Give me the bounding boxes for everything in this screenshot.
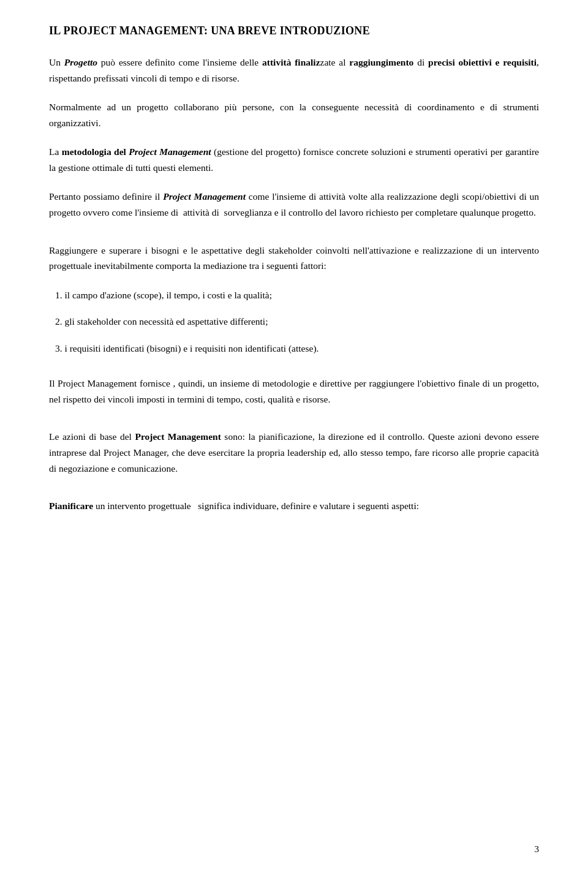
page-number: 3 [535,844,540,855]
list-item-1: 1. il campo d'azione (scope), il tempo, … [49,287,539,303]
page: IL PROJECT MANAGEMENT: UNA BREVE INTRODU… [0,0,588,873]
paragraph-4: Pertanto possiamo definire il Project Ma… [49,189,539,220]
paragraph-2: Normalmente ad un progetto collaborano p… [49,99,539,130]
list-item-2: 2. gli stakeholder con necessità ed aspe… [49,314,539,330]
paragraph-3: La metodologia del Project Management (g… [49,144,539,175]
paragraph-8: Pianificare un intervento progettuale si… [49,498,539,514]
paragraph-5: Raggiungere e superare i bisogni e le as… [49,243,539,274]
paragraph-7: Le azioni di base del Project Management… [49,429,539,476]
list-item-3: 3. i requisiti identificati (bisogni) e … [49,341,539,357]
page-title: IL PROJECT MANAGEMENT: UNA BREVE INTRODU… [49,25,539,37]
paragraph-1: Un Progetto può essere definito come l'i… [49,55,539,86]
paragraph-6: Il Project Management fornisce , quindi,… [49,376,539,407]
